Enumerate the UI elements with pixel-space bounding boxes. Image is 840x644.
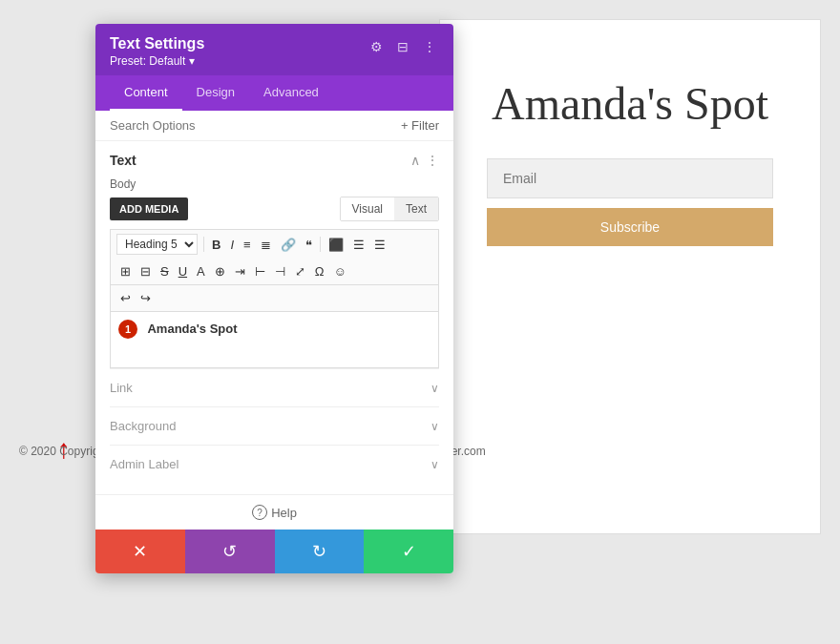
confirm-button[interactable]: ✓ xyxy=(364,530,453,573)
body-label: Body xyxy=(110,177,439,191)
preview-title: Amanda's Spot xyxy=(492,77,768,130)
step-badge: 1 xyxy=(118,320,137,339)
panel-header: Text Settings Preset: Default ▾ ⚙ ⊟ ⋮ xyxy=(95,24,453,75)
settings-panel: Text Settings Preset: Default ▾ ⚙ ⊟ ⋮ Co… xyxy=(95,24,453,573)
filter-button[interactable]: + Filter xyxy=(401,118,439,133)
admin-label-section[interactable]: Admin Label ∨ xyxy=(110,445,439,483)
bold-button[interactable]: B xyxy=(208,236,224,254)
special-chars-button[interactable]: Ω xyxy=(311,262,328,280)
panel-title-group: Text Settings Preset: Default ▾ xyxy=(110,35,204,68)
unordered-list-button[interactable]: ≡ xyxy=(240,236,255,254)
cancel-button[interactable]: ✕ xyxy=(95,530,185,573)
text-button[interactable]: Text xyxy=(394,197,438,220)
ordered-list-button[interactable]: ≣ xyxy=(257,236,275,254)
search-input[interactable] xyxy=(110,118,393,133)
indent-button[interactable]: ⇥ xyxy=(231,262,249,280)
panel-title: Text Settings xyxy=(110,35,204,52)
help-link[interactable]: ? Help xyxy=(110,505,439,520)
help-label: Help xyxy=(271,506,297,520)
help-icon: ? xyxy=(252,505,267,520)
color-button[interactable]: A xyxy=(193,262,209,280)
emoji-button[interactable]: ☺ xyxy=(329,262,349,280)
editor-text[interactable]: Amanda's Spot xyxy=(147,322,237,336)
help-bar: ? Help xyxy=(95,494,453,530)
align-center-button[interactable]: ☰ xyxy=(349,236,368,254)
undo-editor-button[interactable]: ↩ xyxy=(116,289,135,307)
fullscreen-button[interactable]: ⤢ xyxy=(291,262,309,280)
tab-content[interactable]: Content xyxy=(110,75,182,111)
text-section-title: Text xyxy=(110,153,136,168)
redo-editor-button[interactable]: ↪ xyxy=(136,289,155,307)
admin-label-text: Admin Label xyxy=(110,457,178,471)
heading-select[interactable]: Heading 5 xyxy=(116,234,198,255)
section-icons: ∧ ⋮ xyxy=(410,153,439,168)
table-button[interactable]: ⊞ xyxy=(116,262,135,280)
panel-header-icons: ⚙ ⊟ ⋮ xyxy=(367,39,439,54)
editor-area[interactable]: 1 Amanda's Spot xyxy=(110,311,439,368)
preview-panel: Amanda's Spot Subscribe xyxy=(439,19,821,534)
align-right-button[interactable]: ☰ xyxy=(370,236,389,254)
search-bar: + Filter xyxy=(95,111,453,141)
collapse-icon[interactable]: ∧ xyxy=(410,153,420,168)
text-section: Text ∧ ⋮ Body ADD MEDIA Visual Text Head… xyxy=(110,153,439,368)
indent2-button[interactable]: ⊣ xyxy=(271,262,289,280)
panel-content: Text ∧ ⋮ Body ADD MEDIA Visual Text Head… xyxy=(95,141,453,494)
tab-advanced[interactable]: Advanced xyxy=(249,75,333,111)
section-header: Text ∧ ⋮ xyxy=(110,153,439,168)
background-label: Background xyxy=(110,419,176,433)
panel-preset: Preset: Default ▾ xyxy=(110,54,204,68)
blockquote-button[interactable]: ❝ xyxy=(302,236,316,254)
more-icon[interactable]: ⋮ xyxy=(420,39,439,54)
subscribe-button[interactable]: Subscribe xyxy=(487,208,773,246)
undo-button[interactable]: ↺ xyxy=(185,530,275,573)
separator-1 xyxy=(203,237,204,252)
link-label: Link xyxy=(110,381,133,395)
email-input[interactable] xyxy=(487,158,773,198)
add-media-button[interactable]: ADD MEDIA xyxy=(110,197,188,220)
redo-button[interactable]: ↻ xyxy=(275,530,365,573)
table2-button[interactable]: ⊟ xyxy=(136,262,155,280)
background-chevron-icon: ∨ xyxy=(430,420,439,433)
editor-top-bar: ADD MEDIA Visual Text xyxy=(110,197,439,221)
strikethrough-button[interactable]: S xyxy=(157,262,173,280)
italic-button[interactable]: I xyxy=(226,236,238,254)
link-button[interactable]: 🔗 xyxy=(277,236,300,254)
outdent-button[interactable]: ⊢ xyxy=(251,262,269,280)
panel-actions: ✕ ↺ ↻ ✓ xyxy=(95,530,453,573)
section-more-icon[interactable]: ⋮ xyxy=(426,153,439,168)
align-left-button[interactable]: ⬛ xyxy=(325,236,347,254)
tab-design[interactable]: Design xyxy=(182,75,249,111)
split-icon[interactable]: ⊟ xyxy=(393,39,412,54)
separator-2 xyxy=(320,237,321,252)
visual-button[interactable]: Visual xyxy=(341,197,394,220)
underline-button[interactable]: U xyxy=(175,262,191,280)
editor-toolbar-3: ↩ ↪ xyxy=(110,284,439,311)
settings-icon[interactable]: ⚙ xyxy=(367,39,386,54)
editor-toolbar-1: Heading 5 B I ≡ ≣ 🔗 ❝ ⬛ ☰ ☰ xyxy=(110,229,439,259)
editor-toolbar-2: ⊞ ⊟ S U A ⊕ ⇥ ⊢ ⊣ ⤢ Ω ☺ xyxy=(110,259,439,284)
view-toggle: Visual Text xyxy=(340,197,439,221)
background-section[interactable]: Background ∨ xyxy=(110,406,439,445)
panel-tabs: Content Design Advanced xyxy=(95,75,453,111)
paste-button[interactable]: ⊕ xyxy=(211,262,229,280)
link-section[interactable]: Link ∨ xyxy=(110,368,439,406)
link-chevron-icon: ∨ xyxy=(430,382,439,395)
admin-chevron-icon: ∨ xyxy=(430,458,439,471)
